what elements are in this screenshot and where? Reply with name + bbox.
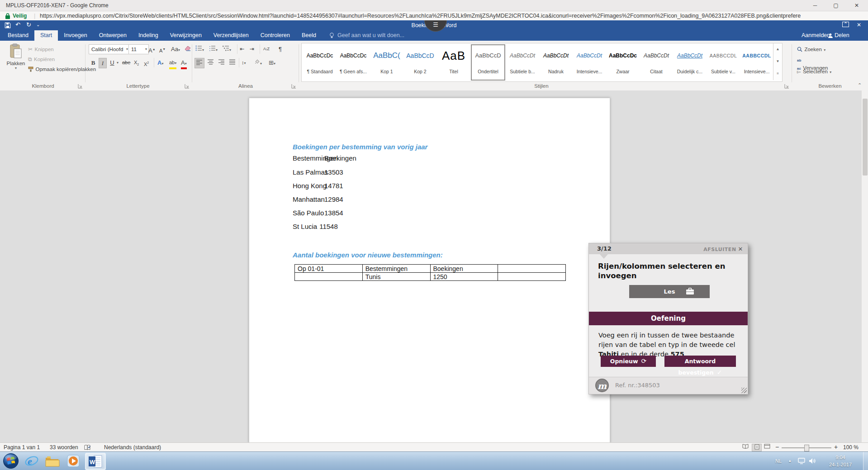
start-button[interactable]: [3, 453, 19, 470]
share-button[interactable]: Delen: [835, 32, 849, 38]
format-painter-button[interactable]: Opmaak kopiëren/plakken: [28, 65, 96, 73]
multilevel-list-button[interactable]: ▾: [223, 44, 231, 54]
word-count[interactable]: 33 woorden: [50, 444, 78, 451]
taskbar-wmp-button[interactable]: [63, 453, 83, 469]
scrollbar-thumb[interactable]: [863, 99, 868, 176]
text-effects-button[interactable]: A▾: [157, 58, 163, 67]
web-layout-button[interactable]: [763, 444, 772, 451]
keyboard-language-indicator[interactable]: NL: [775, 458, 782, 464]
dialog-launcher-lettertype[interactable]: [185, 84, 190, 89]
tell-me-box[interactable]: Geef aan wat u wilt doen...: [337, 32, 404, 38]
taskbar-explorer-button[interactable]: [43, 453, 62, 469]
cell-r2c3[interactable]: 1250: [430, 273, 498, 281]
cell-r2c1[interactable]: [295, 273, 363, 281]
dialog-launcher-stijlen[interactable]: [784, 84, 789, 89]
style-titel[interactable]: AaBTitel: [437, 45, 470, 79]
url-text[interactable]: https://vpx.mediapluspro.com/Citrix/Stor…: [40, 13, 868, 19]
tab-controleren[interactable]: Controleren: [255, 30, 296, 41]
minimize-button[interactable]: ─: [805, 0, 825, 11]
styles-scroll-down[interactable]: ▼: [773, 56, 782, 68]
zoom-slider-thumb[interactable]: [804, 445, 809, 451]
show-hidden-icons-button[interactable]: ▴: [789, 458, 791, 463]
style-subtiele-verwijzing[interactable]: AABBCCDLSubtiele v...: [707, 45, 740, 79]
cell-r2c4[interactable]: [498, 273, 566, 281]
maximize-button[interactable]: ▢: [825, 0, 846, 11]
taskbar-word-button[interactable]: W: [85, 453, 106, 470]
font-name-combobox[interactable]: Calibri (Hoofd ▾: [89, 44, 130, 54]
panel-close-button[interactable]: AFSLUITEN✕: [703, 246, 743, 252]
tab-verwijzingen[interactable]: Verwijzingen: [164, 30, 208, 41]
bold-button[interactable]: B: [90, 58, 97, 67]
clear-formatting-button[interactable]: [185, 44, 191, 54]
lesson-button[interactable]: Les: [629, 285, 710, 298]
tab-invoegen[interactable]: Invoegen: [58, 30, 93, 41]
zoom-in-button[interactable]: +: [834, 443, 838, 451]
style-ondertitel-selected[interactable]: AaBbCcDOndertitel: [471, 44, 505, 81]
change-case-button[interactable]: Aa▾: [171, 44, 180, 54]
close-button[interactable]: ✕: [846, 0, 867, 11]
zoom-level[interactable]: 100 %: [843, 444, 859, 451]
highlight-color-button[interactable]: ab▾: [169, 58, 176, 69]
confirm-answer-button[interactable]: Antwoord bevestigen✓: [664, 356, 736, 367]
page-indicator[interactable]: Pagina 1 van 1: [4, 444, 40, 451]
line-spacing-button[interactable]: ↕▾: [242, 58, 246, 67]
borders-button[interactable]: ⊞▾: [269, 58, 275, 67]
style-intensieve-benadrukking[interactable]: AaBbCcDtIntensieve...: [573, 45, 606, 79]
url-bar[interactable]: Veilig | https://vpx.mediapluspro.com/Ci…: [0, 11, 868, 21]
cell-r1c2[interactable]: Bestemmingen: [362, 265, 430, 273]
styles-more-button[interactable]: ≡: [773, 68, 782, 80]
font-size-combobox[interactable]: 11 ▾: [128, 44, 149, 54]
copy-button[interactable]: ⧉ Kopiëren: [28, 55, 55, 63]
word-close-icon[interactable]: ✕: [857, 22, 861, 28]
underline-button[interactable]: U: [109, 58, 116, 67]
style-nadruk[interactable]: AaBbCcDtNadruk: [540, 45, 572, 79]
show-paragraph-marks-button[interactable]: ¶: [279, 44, 282, 54]
cell-r2c2[interactable]: Tunis: [362, 273, 430, 281]
underline-dropdown[interactable]: ▾: [117, 61, 119, 65]
document-page[interactable]: Boekingen per bestemming van vorig jaar …: [249, 98, 610, 442]
language-indicator[interactable]: Nederlands (standaard): [104, 444, 161, 451]
paste-button[interactable]: Plakken ▾: [4, 43, 28, 70]
grow-font-button[interactable]: A▲: [148, 44, 156, 54]
show-desktop-button[interactable]: [863, 452, 868, 470]
bullets-button[interactable]: ▾: [195, 44, 204, 54]
zoom-out-button[interactable]: −: [775, 443, 779, 451]
vertical-scrollbar[interactable]: [861, 90, 868, 442]
superscript-button[interactable]: X2: [144, 58, 149, 67]
cut-button[interactable]: ✂ Knippen: [28, 45, 54, 53]
display-tray-icon[interactable]: [798, 458, 805, 464]
decrease-indent-button[interactable]: ⇤: [240, 44, 244, 54]
shading-button[interactable]: ▾: [254, 58, 262, 67]
styles-scroll-up[interactable]: ▲: [773, 43, 782, 56]
dialog-launcher-klembord[interactable]: [78, 84, 83, 89]
style-subtiele-benadrukking[interactable]: AaBbCcDtSubtiele b...: [506, 45, 539, 79]
cell-r1c1[interactable]: Op 01-01: [295, 265, 363, 273]
taskbar-ie-button[interactable]: e: [22, 453, 42, 469]
align-right-button[interactable]: [217, 58, 226, 67]
sort-button[interactable]: A↓Z: [263, 44, 269, 54]
increase-indent-button[interactable]: ⇥: [250, 44, 254, 54]
read-mode-button[interactable]: [741, 444, 750, 451]
style-kop2[interactable]: AaBbCcDKop 2: [404, 45, 436, 79]
tab-verzendlijsten[interactable]: Verzendlijsten: [208, 30, 255, 41]
tab-bestand[interactable]: Bestand: [2, 30, 34, 41]
sign-in-button[interactable]: Aanmelden: [802, 32, 830, 38]
style-citaat[interactable]: AaBbCcDtCitaat: [640, 45, 673, 79]
style-intensieve-verwijzing[interactable]: AABBCCDLIntensieve...: [740, 45, 773, 79]
cell-r1c4[interactable]: [498, 265, 566, 273]
find-button[interactable]: Zoeken ▾: [797, 45, 825, 53]
dialog-launcher-alinea[interactable]: [291, 84, 296, 89]
tab-beeld[interactable]: Beeld: [296, 30, 322, 41]
align-center-button[interactable]: [206, 58, 215, 67]
tab-start[interactable]: Start: [34, 30, 58, 41]
strikethrough-button[interactable]: abe: [122, 58, 130, 67]
cell-r1c3[interactable]: Boekingen: [430, 265, 498, 273]
retry-button[interactable]: Opnieuw⟳: [601, 356, 656, 367]
style-zwaar[interactable]: AaBbCcDcZwaar: [607, 45, 639, 79]
collapse-ribbon-button[interactable]: ⌃: [858, 82, 862, 88]
volume-tray-icon[interactable]: [809, 458, 816, 464]
font-color-button[interactable]: A▾: [181, 58, 187, 69]
proofing-book-icon[interactable]: [84, 445, 91, 451]
taskbar-clock[interactable]: 9:04 24-1-2017: [820, 454, 861, 468]
shrink-font-button[interactable]: A▼: [159, 44, 166, 54]
